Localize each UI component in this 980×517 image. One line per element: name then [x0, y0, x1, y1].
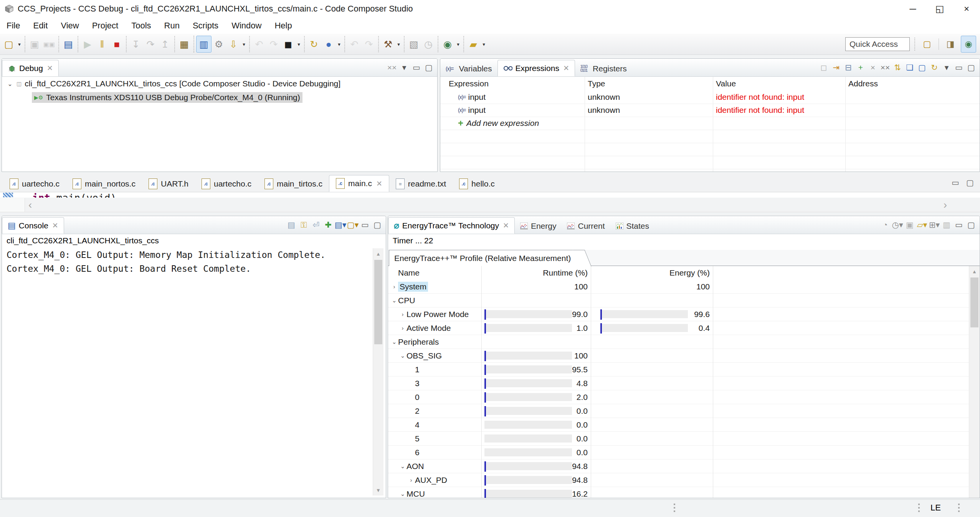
reset-cpu-icon[interactable]: ●	[321, 36, 336, 52]
tab-debug[interactable]: Debug ✕	[2, 60, 59, 76]
tab-states[interactable]: States	[610, 218, 655, 234]
terminate-icon[interactable]: ■	[109, 36, 124, 52]
close-tab-icon[interactable]: ✕	[52, 221, 58, 230]
quick-access-button[interactable]: Quick Access	[845, 37, 910, 51]
editor-tab-uartecho-c[interactable]: .cuartecho.c	[195, 176, 258, 192]
retreat-icon[interactable]: ↶	[347, 36, 362, 52]
add-new-expression-row[interactable]: +Add new expression	[440, 117, 980, 130]
save-all-icon[interactable]: ▣▣	[42, 36, 56, 52]
expander-icon[interactable]: ›	[399, 325, 407, 331]
suspend-icon[interactable]: ‖	[95, 36, 109, 52]
tab-energytrace-technology[interactable]: ⌀EnergyTrace™ Technology✕	[388, 217, 515, 234]
show-type-names-icon[interactable]: ◻	[818, 61, 830, 74]
expression-row[interactable]: (x)=inputunknownidentifier not found: in…	[440, 91, 980, 104]
ccs-edit-perspective-icon[interactable]: ◨	[943, 36, 958, 52]
restore-button[interactable]: ◱	[926, 0, 953, 18]
new-target-configuration-icon[interactable]: ▧	[407, 36, 421, 52]
device-chip-dropdown-icon[interactable]: ▾	[296, 41, 302, 47]
profile-vertical-scrollbar[interactable]: ▲	[969, 266, 980, 498]
open-perspective-icon[interactable]: ▢	[920, 36, 934, 52]
minimize-icon[interactable]: ▭	[359, 218, 371, 231]
scroll-left-icon[interactable]: ‹	[28, 200, 32, 210]
scroll-up-icon[interactable]: ▲	[373, 248, 383, 259]
open-console-icon[interactable]: ▢▾	[347, 218, 359, 231]
minimize-button[interactable]: ─	[899, 0, 926, 18]
statistics-icon[interactable]: ▥	[940, 218, 953, 231]
flash-dropdown-icon[interactable]: ▾	[241, 41, 247, 47]
pin-console-icon[interactable]: ✚	[322, 218, 334, 231]
show-console-icon[interactable]: ▤	[61, 36, 76, 52]
maximize-icon[interactable]: ▢	[371, 218, 383, 231]
profile-row-2[interactable]: 20.0	[388, 404, 969, 418]
scroll-right-icon[interactable]: ›	[944, 200, 947, 210]
close-tab-icon[interactable]: ✕	[47, 64, 53, 73]
tab-registers[interactable]: 10100101Registers	[575, 61, 632, 76]
flash-tool-dropdown-icon[interactable]: ▾	[481, 41, 487, 47]
close-button[interactable]: ×	[953, 0, 980, 18]
minimize-icon[interactable]: ▭	[410, 61, 423, 74]
view-menu-icon[interactable]: ▾	[940, 61, 953, 74]
debug-icon[interactable]: ◉	[440, 36, 455, 52]
maximize-icon[interactable]: ▢	[964, 176, 976, 189]
flash-tool-icon[interactable]: ▰	[466, 36, 481, 52]
close-tab-icon[interactable]: ✕	[376, 179, 382, 188]
display-selected-console-icon[interactable]: ▤▾	[334, 218, 347, 231]
disconnect-icon[interactable]: ××	[386, 61, 398, 74]
new-file-icon[interactable]: ▢	[2, 36, 16, 52]
minimize-icon[interactable]: ▭	[953, 218, 965, 231]
menu-item-window[interactable]: Window	[225, 21, 268, 31]
clear-console-icon[interactable]: ▤	[285, 218, 297, 231]
view-menu-icon[interactable]: ▾	[398, 61, 410, 74]
column-header-value[interactable]: Value	[716, 77, 736, 91]
reset-cpu-dropdown-icon[interactable]: ▾	[336, 41, 342, 47]
expression-row[interactable]: (x)=inputunknownidentifier not found: in…	[440, 104, 980, 117]
timer-duration-icon[interactable]: ◷▾	[891, 218, 904, 231]
scrollbar-thumb[interactable]	[970, 277, 978, 327]
menu-item-help[interactable]: Help	[268, 21, 298, 31]
expander-icon[interactable]: ›	[407, 477, 415, 483]
close-tab-icon[interactable]: ✕	[563, 64, 569, 73]
word-wrap-icon[interactable]: ⏎	[310, 218, 322, 231]
step-back-icon[interactable]: ↶	[252, 36, 266, 52]
expander-icon[interactable]: ⌄	[399, 352, 407, 359]
tab-variables[interactable]: (x)=Variables	[440, 61, 497, 76]
save-data-icon[interactable]: ▣	[904, 218, 916, 231]
step-return-icon[interactable]: ↥	[158, 36, 172, 52]
close-tab-icon[interactable]: ✕	[503, 221, 509, 230]
new-file-dropdown-icon[interactable]: ▾	[16, 41, 23, 47]
remove-expression-icon[interactable]: ×	[867, 61, 879, 74]
editor-tab-main-c[interactable]: .cmain.c✕	[329, 175, 389, 192]
menu-item-scripts[interactable]: Scripts	[186, 21, 225, 31]
column-header-name[interactable]: Name	[398, 266, 420, 280]
profile-row-3[interactable]: 34.8	[388, 377, 969, 390]
profile-row-cpu[interactable]: ⌄CPU	[388, 294, 969, 307]
profile-row-peripherals[interactable]: ⌄Peripherals	[388, 335, 969, 349]
flash-icon[interactable]: ⇩	[226, 36, 241, 52]
reorder-icon[interactable]: ⇅	[891, 61, 904, 74]
scroll-up-icon[interactable]: ▲	[969, 266, 980, 277]
scrollbar-thumb[interactable]	[374, 260, 382, 344]
memory-browser-icon[interactable]: ▦	[177, 36, 192, 52]
menu-item-view[interactable]: View	[54, 21, 85, 31]
column-header-runtime[interactable]: Runtime (%)	[534, 266, 588, 280]
tab-current[interactable]: Current	[562, 218, 610, 234]
step-into-icon[interactable]: ↧	[129, 36, 143, 52]
editor-tab-main_nortos-c[interactable]: .cmain_nortos.c	[66, 176, 142, 192]
column-header-address[interactable]: Address	[848, 77, 878, 91]
debug-tree-row[interactable]: ▶⚙Texas Instruments XDS110 USB Debug Pro…	[2, 91, 437, 104]
menu-item-tools[interactable]: Tools	[125, 21, 157, 31]
expander-icon[interactable]: ⌄	[6, 80, 14, 88]
refresh-icon[interactable]: ↻	[928, 61, 940, 74]
profile-row-0[interactable]: 02.0	[388, 390, 969, 404]
build-dropdown-icon[interactable]: ▾	[395, 41, 402, 47]
debug-tree-row[interactable]: ⌄◫cli_ftd_CC26X2R1_LAUNCHXL_tirtos_ccs […	[2, 77, 437, 91]
profile-row-5[interactable]: 50.0	[388, 432, 969, 446]
editor-horizontal-scrollbar[interactable]: ‹ ›	[0, 198, 980, 212]
statusbar-grip[interactable]	[918, 504, 920, 514]
add-expression-icon[interactable]: +	[854, 61, 867, 74]
build-icon[interactable]: ⚒	[381, 36, 395, 52]
expander-icon[interactable]: ›	[390, 283, 398, 290]
collapse-all-icon[interactable]: ⊟	[842, 61, 854, 74]
show-logical-structure-icon[interactable]: ⇥	[830, 61, 842, 74]
maximize-icon[interactable]: ▢	[965, 218, 977, 231]
